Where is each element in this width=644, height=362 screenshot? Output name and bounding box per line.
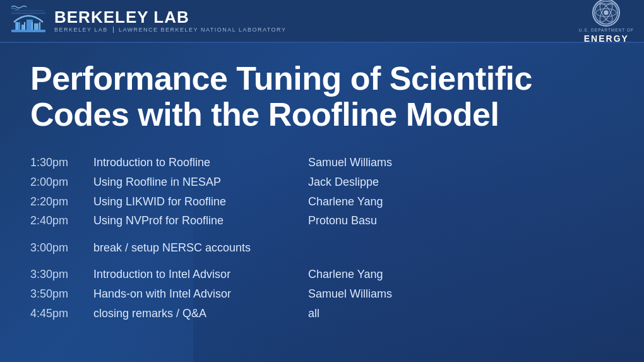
topic-cell: Introduction to Roofline [93,153,308,172]
svg-rect-8 [39,22,40,30]
main-content: Performance Tuning of Scientific Codes w… [0,43,644,335]
schedule-row: 2:20pmUsing LIKWID for RooflineCharlene … [30,192,614,212]
energy-dept-text: U.S. DEPARTMENT OF [579,28,634,32]
main-title: Performance Tuning of Scientific Codes w… [30,61,614,133]
time-cell: 3:50pm [30,284,93,304]
svg-rect-0 [11,30,45,32]
schedule-row: 1:30pmIntroduction to RooflineSamuel Wil… [30,153,614,172]
time-cell: 4:45pm [30,304,93,323]
schedule-table: 1:30pmIntroduction to RooflineSamuel Wil… [30,153,614,323]
schedule-row: 2:00pmUsing Roofline in NESAPJack Deslip… [30,172,614,192]
speaker-cell: Jack Deslippe [308,172,614,192]
speaker-cell: Charlene Yang [308,192,614,212]
header-left: BERKELEY LAB BERKELEY LAB LAWRENCE BERKE… [10,4,286,37]
topic-cell: Hands-on with Intel Advisor [93,284,308,304]
title-line2: Codes with the Roofline Model [30,96,499,133]
logo-small-text: BERKELEY LAB [54,27,108,33]
speaker-cell: Samuel Williams [308,153,614,172]
title-line1: Performance Tuning of Scientific [30,60,532,97]
svg-rect-4 [34,23,39,30]
speaker-cell: Samuel Williams [308,284,614,304]
logo-sub-row: BERKELEY LAB LAWRENCE BERKELEY NATIONAL … [54,27,286,33]
svg-rect-7 [32,22,33,30]
berkeley-lab-logo-graphic [10,4,47,37]
svg-rect-5 [16,22,18,30]
time-cell: 3:00pm [30,238,93,258]
speaker-cell: Charlene Yang [308,265,614,284]
time-cell: 1:30pm [30,153,93,172]
topic-cell: Using Roofline in NESAP [93,172,308,192]
time-cell: 2:20pm [30,192,93,212]
energy-logo: U.S. DEPARTMENT OF U.S. DEPARTMENT OF EN… [579,0,634,44]
logo-text-block: BERKELEY LAB BERKELEY LAB LAWRENCE BERKE… [54,9,286,33]
schedule-row: 2:40pmUsing NVProf for RooflineProtonu B… [30,211,614,231]
svg-point-10 [604,10,609,15]
energy-label-text: ENERGY [584,33,629,44]
time-cell: 2:40pm [30,211,93,231]
schedule-row: 3:30pmIntroduction to Intel AdvisorCharl… [30,265,614,284]
topic-cell: Using NVProf for Roofline [93,211,308,231]
topic-cell: Using LIKWID for Roofline [93,192,308,212]
time-cell: 2:00pm [30,172,93,192]
logo-full-text: LAWRENCE BERKELEY NATIONAL LABORATORY [119,27,287,33]
schedule-row: 3:00pmbreak / setup NERSC accounts [30,238,614,258]
energy-circle-icon: U.S. DEPARTMENT OF [592,0,620,27]
logo-main-text: BERKELEY LAB [54,9,286,25]
speaker-cell: Protonu Basu [308,211,614,231]
schedule-row: 4:45pmclosing remarks / Q&Aall [30,304,614,323]
time-cell: 3:30pm [30,265,93,284]
topic-cell: closing remarks / Q&A [93,304,308,323]
svg-rect-6 [24,22,25,30]
header-bar: BERKELEY LAB BERKELEY LAB LAWRENCE BERKE… [0,0,644,43]
speaker-cell: all [308,304,614,323]
topic-cell: Introduction to Intel Advisor [93,265,308,284]
topic-cell: break / setup NERSC accounts [93,238,308,258]
logo-divider [113,27,114,33]
svg-text:U.S. DEPARTMENT OF: U.S. DEPARTMENT OF [594,3,619,6]
schedule-row: 3:50pmHands-on with Intel AdvisorSamuel … [30,284,614,304]
